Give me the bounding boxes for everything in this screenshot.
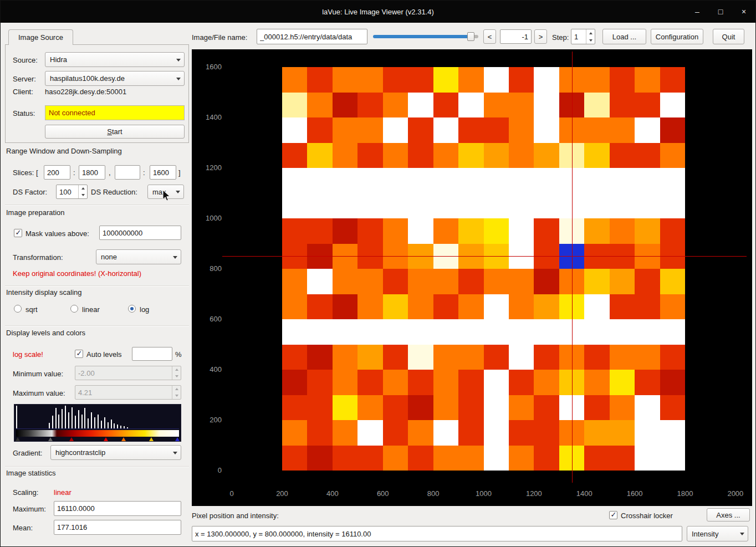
heatmap-cell [357, 446, 382, 471]
mask-checkbox[interactable] [14, 229, 22, 237]
transformation-select[interactable]: none [96, 249, 181, 264]
heatmap-cell [383, 370, 408, 395]
heatmap-cell [635, 395, 660, 421]
frame-slider-handle[interactable] [467, 32, 474, 41]
axes-button[interactable]: Axes ... [707, 508, 750, 522]
crosshair-hline[interactable] [222, 256, 747, 257]
heatmap-cell [408, 446, 433, 471]
source-select[interactable]: Hidra [45, 52, 185, 67]
gradient-stop-marker[interactable] [175, 437, 180, 441]
heatmap-cell [584, 218, 609, 244]
heatmap-cell [333, 67, 357, 93]
heatmap-cell [433, 345, 458, 370]
heatmap-cell [383, 294, 408, 320]
minimize-icon[interactable]: – [692, 7, 702, 16]
stats-mean-input[interactable] [54, 520, 181, 535]
heatmap-cell [383, 420, 408, 446]
crosshair-locker-checkbox[interactable] [609, 511, 617, 519]
heatmap-cell [357, 269, 382, 294]
file-name-input[interactable] [257, 29, 367, 44]
auto-levels-checkbox[interactable] [75, 350, 83, 358]
heatmap-cell [433, 370, 458, 395]
auto-levels-input[interactable] [132, 347, 172, 361]
heatmap-cell [534, 446, 559, 471]
slice-y-start-input[interactable] [115, 165, 140, 180]
gradient-stop-marker[interactable] [69, 437, 74, 441]
quit-button[interactable]: Quit [713, 29, 744, 44]
heatmap-cell [660, 218, 685, 244]
slice-x-end-input[interactable] [79, 165, 105, 180]
slices-label: Slices: [ [13, 168, 38, 177]
next-frame-button[interactable]: > [534, 29, 547, 44]
configuration-button[interactable]: Configuration [651, 29, 703, 44]
frame-number-input[interactable] [500, 29, 532, 44]
histogram-spike [98, 415, 99, 428]
step-spinbox[interactable]: 1 [571, 29, 595, 44]
heatmap-cell [509, 370, 534, 395]
heatmap-cell [307, 395, 332, 421]
heatmap-cell [484, 93, 509, 118]
gradient-stop-marker[interactable] [121, 437, 126, 441]
heatmap-cell [408, 370, 433, 395]
gradient-stop-marker[interactable] [149, 437, 154, 441]
histogram-spike [81, 415, 83, 428]
spinner-arrows-icon[interactable] [78, 185, 87, 198]
heatmap-cell [584, 319, 609, 345]
heatmap-cell [383, 395, 408, 421]
start-button[interactable]: Start [45, 125, 185, 139]
heatmap-cell [484, 193, 509, 219]
ds-factor-spinbox[interactable]: 100 [56, 185, 88, 199]
pixel-intensity-input[interactable] [192, 526, 682, 541]
slice-x-start-input[interactable] [44, 165, 70, 180]
previous-frame-button[interactable]: < [483, 29, 496, 44]
heatmap-cell [433, 269, 458, 294]
heatmap-cell [282, 345, 307, 370]
step-spinbox-value: 1 [574, 33, 586, 41]
client-value: haso228jk.desy.de:50001 [45, 88, 126, 96]
heatmap-cell [484, 395, 509, 421]
heatmap-cell [357, 93, 382, 118]
heatmap-cell [333, 193, 357, 219]
heatmap-cell [357, 168, 382, 193]
maximize-icon[interactable]: □ [716, 7, 726, 16]
spinner-arrows-icon[interactable] [586, 29, 595, 44]
minimum-value: -2.00 [78, 369, 172, 377]
levels-histogram[interactable] [14, 404, 181, 442]
transformation-value: none [101, 253, 171, 261]
radio-log-label: log [140, 305, 149, 314]
frame-slider[interactable] [373, 29, 478, 44]
heatmap-cell [333, 269, 357, 294]
radio-linear[interactable] [70, 305, 78, 313]
stats-maximum-input[interactable] [54, 501, 181, 516]
heatmap-cell [635, 168, 660, 193]
stats-scaling-value: linear [54, 488, 71, 497]
heatmap-cell [282, 143, 307, 168]
gradient-stop-marker[interactable] [48, 437, 53, 441]
heatmap-cell [282, 93, 307, 118]
frame-slider-groove[interactable] [373, 35, 478, 38]
mask-value-input[interactable] [99, 226, 181, 240]
tab-image-source[interactable]: Image Source [8, 29, 73, 45]
heatmap-cell [534, 117, 559, 143]
radio-log[interactable] [128, 305, 136, 313]
heatmap-cell [610, 168, 635, 193]
radio-sqrt[interactable] [14, 305, 22, 313]
heatmap-cell [458, 294, 483, 320]
channel-select[interactable]: Intensity [687, 526, 748, 541]
heatmap-cell [458, 269, 483, 294]
gradient-stop-marker[interactable] [104, 437, 108, 441]
gradient-stop-marker[interactable] [16, 437, 20, 441]
gradient-select[interactable]: highcontrastclip [50, 445, 181, 460]
server-select[interactable]: haspilatus100k.desy.de [45, 71, 185, 86]
x-tick-label: 2000 [722, 489, 749, 498]
stats-mean-label: Mean: [13, 524, 33, 532]
heatmap-cell [484, 143, 509, 168]
crosshair-vline[interactable] [572, 52, 573, 483]
slice-y-end-input[interactable] [150, 165, 176, 180]
load-button[interactable]: Load ... [602, 29, 646, 44]
auto-levels-label: Auto levels [86, 350, 122, 359]
radio-sqrt-label: sqrt [25, 305, 38, 314]
plot-area[interactable]: 0200400600800100012001400160018002000020… [192, 49, 752, 506]
close-icon[interactable]: × [739, 7, 749, 16]
heatmap-cell [357, 117, 382, 143]
